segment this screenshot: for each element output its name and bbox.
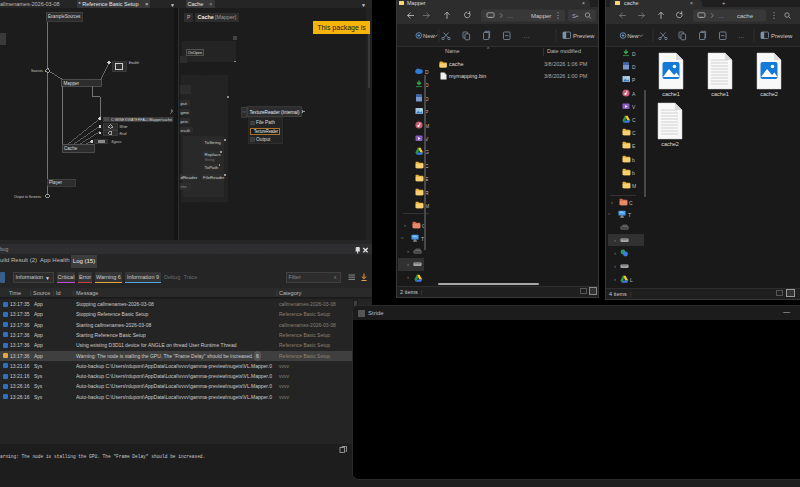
svg-text:Mapper: Mapper (64, 81, 80, 86)
svg-text:Bypass: Bypass (112, 139, 123, 144)
svg-text:D: D (632, 51, 636, 57)
svg-text:b: b (632, 169, 635, 175)
svg-text:C: C (629, 199, 633, 205)
svg-text:String: String (205, 158, 215, 162)
svg-text:Output: Output (256, 137, 271, 142)
svg-text:Read: Read (120, 131, 127, 136)
svg-text:Replace: Replace (205, 152, 222, 157)
svg-text:b: b (632, 156, 635, 162)
svg-text:A: A (632, 90, 636, 96)
svg-text:New: New (423, 33, 435, 39)
svg-text:Preview: Preview (771, 33, 793, 39)
svg-text:ExampleSources: ExampleSources (48, 14, 81, 19)
svg-text:gme: gme (181, 110, 190, 115)
svg-text:M: M (632, 183, 636, 189)
svg-text:L: L (630, 276, 633, 282)
svg-text:[Mapper]: [Mapper] (215, 14, 237, 20)
svg-text:Cache: Cache (64, 146, 78, 151)
svg-text:Preview: Preview (573, 33, 595, 39)
svg-text:Write: Write (120, 124, 128, 129)
svg-text:Mapper: Mapper (531, 13, 551, 19)
svg-text:ToString: ToString (205, 140, 222, 145)
svg-text:rite: rite (181, 184, 188, 189)
svg-text:V: V (632, 103, 636, 109)
svg-text:TextureReader (Internal): TextureReader (Internal) (250, 109, 300, 115)
svg-text:Player: Player (49, 180, 62, 185)
svg-text:P: P (632, 77, 636, 83)
svg-text:S•: S• (572, 13, 578, 19)
svg-text:Cache: Cache (198, 14, 214, 20)
svg-text:prie: prie (181, 119, 189, 124)
svg-text:...: ... (739, 33, 746, 39)
svg-text:FileReader: FileReader (203, 175, 225, 180)
svg-text:dReader: dReader (181, 175, 198, 180)
svg-text:cache: cache (737, 13, 754, 19)
svg-text:D: D (632, 64, 636, 70)
svg-text:E: E (632, 143, 636, 149)
svg-text:Sources: Sources (31, 68, 43, 73)
svg-text:OnOpen: OnOpen (188, 50, 202, 55)
svg-text:esult: esult (181, 128, 191, 133)
svg-text:File Path: File Path (256, 120, 275, 125)
svg-text:C:\MINEX\WATERFALL\Mapper\cach: C:\MINEX\WATERFALL\Mapper\cache (111, 117, 172, 122)
svg-text:D: D (425, 69, 429, 75)
svg-text:C: C (632, 117, 636, 123)
svg-text:...: ... (507, 13, 514, 19)
svg-text:C: C (632, 130, 636, 136)
svg-text:Output to Screens: Output to Screens (14, 194, 41, 199)
svg-text:put: put (181, 101, 188, 106)
svg-text:TextureReader: TextureReader (254, 129, 278, 134)
svg-text:...: ... (524, 33, 531, 39)
svg-text:New: New (627, 33, 639, 39)
svg-text:Enable: Enable (129, 60, 140, 65)
svg-text:T: T (628, 212, 631, 218)
svg-text:ToPath: ToPath (205, 165, 219, 170)
svg-text:...: ... (718, 13, 725, 19)
